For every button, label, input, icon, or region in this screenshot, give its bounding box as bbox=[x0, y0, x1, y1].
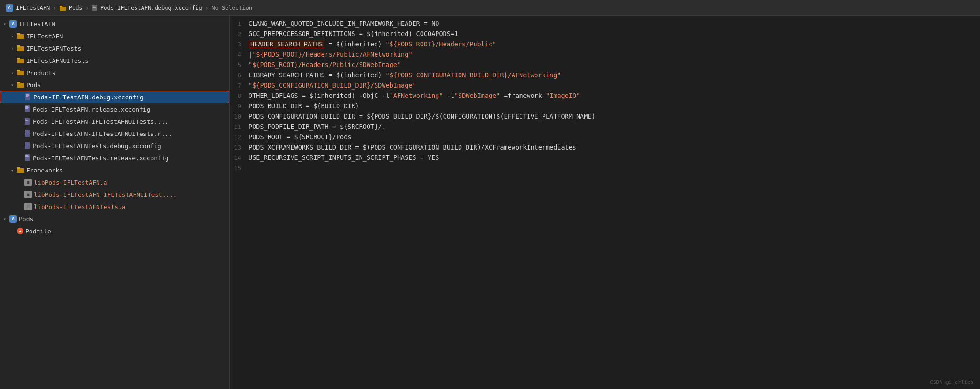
podfile-icon: ◆ bbox=[17, 228, 23, 234]
file-icon-ui-release bbox=[24, 130, 31, 137]
line-7: 7 "${PODS_CONFIGURATION_BUILD_DIR}/SDWeb… bbox=[230, 82, 980, 92]
file-icon-tests-debug bbox=[24, 142, 31, 150]
lc-5: "${PODS_ROOT}/Headers/Public/SDWebImage" bbox=[249, 61, 401, 68]
pods-root-label: Pods bbox=[19, 216, 33, 223]
sidebar-item-pods-debug[interactable]: Pods-IFLTestAFN.debug.xcconfig bbox=[0, 91, 229, 103]
sidebar-item-pods-tests-release[interactable]: Pods-IFLTestAFNTests.release.xcconfig bbox=[0, 152, 229, 164]
chevron-root: ▾ bbox=[2, 21, 8, 27]
breadcrumb-project[interactable]: IFLTestAFN bbox=[16, 5, 50, 11]
line-2: 2 GCC_PREPROCESSOR_DEFINITIONS = $(inher… bbox=[230, 30, 980, 40]
sidebar-item-lib-afn[interactable]: ≡ libPods-IFLTestAFN.a bbox=[0, 176, 229, 188]
line-10: 10 PODS_CONFIGURATION_BUILD_DIR = ${PODS… bbox=[230, 112, 980, 123]
lib-tests-label: libPods-IFLTestAFNTests.a bbox=[34, 203, 126, 210]
breadcrumb-file[interactable]: Pods-IFLTestAFN.debug.xcconfig bbox=[100, 5, 202, 11]
lc-3: HEADER_SEARCH_PATHS = $(inherited) "${PO… bbox=[249, 40, 496, 48]
svg-rect-41 bbox=[17, 167, 20, 169]
breadcrumb-sep-3: › bbox=[205, 4, 209, 12]
line-1: 1 CLANG_WARN_QUOTED_INCLUDE_IN_FRAMEWORK… bbox=[230, 20, 980, 30]
line-12: 12 PODS_ROOT = ${SRCROOT}/Pods bbox=[230, 133, 980, 143]
sidebar-item-frameworks[interactable]: ▾ Frameworks bbox=[0, 164, 229, 176]
ln-9: 9 bbox=[230, 103, 249, 110]
lc-1: CLANG_WARN_QUOTED_INCLUDE_IN_FRAMEWORK_H… bbox=[249, 20, 439, 27]
svg-rect-40 bbox=[17, 168, 24, 173]
products-label: Products bbox=[26, 69, 56, 76]
sidebar-item-ifl-tests[interactable]: › IFLTestAFNTests bbox=[0, 42, 229, 54]
sidebar-item-lib-tests[interactable]: ≡ libPods-IFLTestAFNTests.a bbox=[0, 201, 229, 213]
root-label: IFLTestAFN bbox=[19, 21, 55, 28]
ifl-tests-label: IFLTestAFNTests bbox=[26, 45, 81, 52]
svg-rect-25 bbox=[25, 119, 28, 119]
breadcrumb-folder[interactable]: Pods bbox=[69, 5, 83, 11]
chevron-frameworks: ▾ bbox=[9, 167, 15, 173]
svg-rect-34 bbox=[25, 144, 29, 144]
ln-12: 12 bbox=[230, 134, 249, 141]
sidebar-root[interactable]: ▾ A IFLTestAFN bbox=[0, 18, 229, 30]
svg-rect-39 bbox=[25, 157, 28, 157]
lc-2: GCC_PREPROCESSOR_DEFINITIONS = $(inherit… bbox=[249, 30, 458, 37]
sidebar-item-lib-ui[interactable]: ≡ libPods-IFLTestAFN-IFLTestAFNUITest...… bbox=[0, 188, 229, 201]
lc-10: PODS_CONFIGURATION_BUILD_DIR = ${PODS_BU… bbox=[249, 112, 596, 120]
line-11: 11 PODS_PODFILE_DIR_PATH = ${SRCROOT}/. bbox=[230, 123, 980, 133]
chevron-pods-root: ▾ bbox=[2, 216, 8, 222]
file-icon-release bbox=[24, 105, 31, 113]
lib-icon-tests: ≡ bbox=[24, 203, 32, 210]
chevron-products: › bbox=[9, 70, 15, 75]
lib-icon-ui: ≡ bbox=[24, 191, 32, 198]
svg-rect-18 bbox=[26, 95, 29, 96]
chevron-ifl: › bbox=[9, 33, 15, 39]
line-6: 6 LIBRARY_SEARCH_PATHS = $(inherited) "$… bbox=[230, 71, 980, 82]
svg-rect-5 bbox=[93, 7, 96, 8]
line-5: 5 "${PODS_ROOT}/Headers/Public/SDWebImag… bbox=[230, 61, 980, 71]
svg-rect-9 bbox=[17, 45, 20, 47]
pods-tests-debug-label: Pods-IFLTestAFNTests.debug.xcconfig bbox=[33, 142, 161, 150]
svg-rect-14 bbox=[17, 83, 24, 88]
ifl-label: IFLTestAFN bbox=[26, 33, 63, 40]
svg-rect-6 bbox=[17, 34, 24, 39]
sidebar-item-podfile[interactable]: ◆ Podfile bbox=[0, 225, 229, 237]
breadcrumb-bar: A IFLTestAFN › Pods › Pods-IFLTestAFN.de… bbox=[0, 0, 980, 16]
sidebar-item-pods-ui-debug[interactable]: Pods-IFLTestAFN-IFLTestAFNUITests.... bbox=[0, 115, 229, 127]
sidebar-item-pods-tests-debug[interactable]: Pods-IFLTestAFNTests.debug.xcconfig bbox=[0, 140, 229, 152]
ifl-ui-tests-label: IFLTestAFNUITests bbox=[26, 57, 89, 64]
sidebar-item-pods-ui-release[interactable]: Pods-IFLTestAFN-IFLTestAFNUITests.r... bbox=[0, 127, 229, 140]
lc-13: PODS_XCFRAMEWORKS_BUILD_DIR = $(PODS_CON… bbox=[249, 143, 576, 151]
folder-icon bbox=[60, 5, 66, 11]
folder-icon-ifl bbox=[17, 33, 24, 39]
project-icon: A bbox=[6, 4, 13, 12]
lc-12: PODS_ROOT = ${SRCROOT}/Pods bbox=[249, 133, 351, 141]
sidebar-item-products[interactable]: › Products bbox=[0, 67, 229, 79]
sidebar-item-pods-release[interactable]: Pods-IFLTestAFN.release.xcconfig bbox=[0, 103, 229, 115]
sidebar: ▾ A IFLTestAFN › IFLTestAFN › IFLTestAFN… bbox=[0, 16, 230, 389]
svg-rect-22 bbox=[25, 107, 29, 108]
sidebar-item-pods-group[interactable]: ▾ Pods bbox=[0, 79, 229, 91]
lc-11: PODS_PODFILE_DIR_PATH = ${SRCROOT}/. bbox=[249, 123, 386, 130]
sidebar-pods-root[interactable]: ▾ A Pods bbox=[0, 213, 229, 225]
folder-icon-frameworks bbox=[17, 167, 24, 173]
pods-group-label: Pods bbox=[26, 82, 41, 89]
line-4: 4 |"${PODS_ROOT}/Headers/Public/AFNetwor… bbox=[230, 51, 980, 61]
editor[interactable]: 1 CLANG_WARN_QUOTED_INCLUDE_IN_FRAMEWORK… bbox=[230, 16, 980, 389]
ln-2: 2 bbox=[230, 31, 249, 37]
sidebar-item-ifl[interactable]: › IFLTestAFN bbox=[0, 30, 229, 42]
ln-8: 8 bbox=[230, 93, 249, 99]
pods-debug-label: Pods-IFLTestAFN.debug.xcconfig bbox=[33, 94, 143, 101]
ln-10: 10 bbox=[230, 113, 249, 120]
frameworks-label: Frameworks bbox=[26, 167, 63, 174]
svg-rect-23 bbox=[25, 108, 28, 109]
xcode-icon-pods: A bbox=[9, 215, 17, 223]
breadcrumb-sep-2: › bbox=[85, 4, 89, 12]
line-3: 3 HEADER_SEARCH_PATHS = $(inherited) "${… bbox=[230, 40, 980, 51]
watermark: CSDN @i_erlich bbox=[930, 379, 973, 385]
podfile-label: Podfile bbox=[25, 228, 51, 235]
lc-9: PODS_BUILD_DIR = ${BUILD_DIR} bbox=[249, 102, 359, 110]
ln-13: 13 bbox=[230, 144, 249, 151]
svg-rect-15 bbox=[17, 82, 20, 83]
line-15: 15 bbox=[230, 164, 980, 174]
svg-rect-0 bbox=[60, 7, 66, 11]
sidebar-item-ifl-ui-tests[interactable]: IFLTestAFNUITests bbox=[0, 54, 229, 67]
svg-rect-37 bbox=[25, 155, 28, 156]
svg-rect-13 bbox=[17, 70, 20, 71]
ln-1: 1 bbox=[230, 21, 249, 27]
folder-icon-pods bbox=[17, 82, 24, 88]
folder-icon-ifl-ui bbox=[17, 57, 24, 64]
